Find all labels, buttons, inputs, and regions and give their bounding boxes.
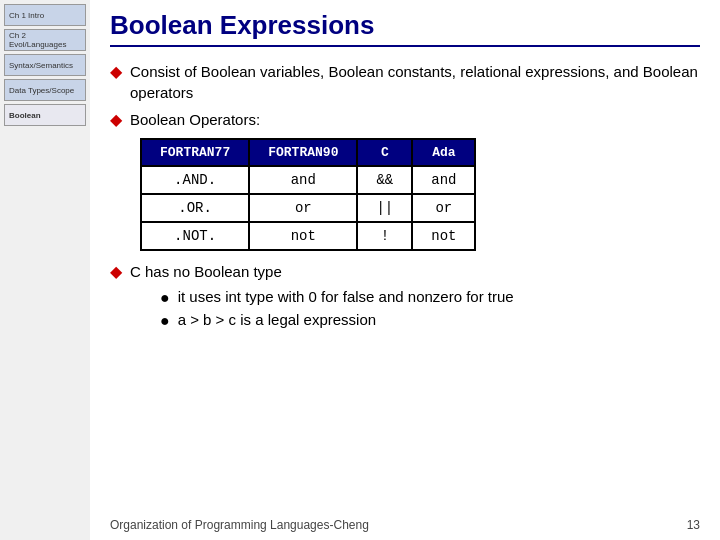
operators-table: FORTRAN77 FORTRAN90 C Ada .AND. and && a… (140, 138, 476, 251)
bullet-text-1: Consist of Boolean variables, Boolean co… (130, 61, 700, 103)
table-container: FORTRAN77 FORTRAN90 C Ada .AND. and && a… (140, 138, 700, 251)
sidebar-label-5: Boolean (9, 111, 41, 120)
col-fortran90: FORTRAN90 (249, 139, 357, 166)
cell-not-f90: not (249, 222, 357, 250)
col-fortran77: FORTRAN77 (141, 139, 249, 166)
sidebar-card-4[interactable]: Data Types/Scope (4, 79, 86, 101)
footer-left: Organization of Programming Languages-Ch… (110, 518, 369, 532)
table-header-row: FORTRAN77 FORTRAN90 C Ada (141, 139, 475, 166)
cell-not-f77: .NOT. (141, 222, 249, 250)
cell-and-f90: and (249, 166, 357, 194)
sub-bullet-text-2: a > b > c is a legal expression (178, 311, 376, 328)
sub-bullet-2: ● a > b > c is a legal expression (160, 311, 700, 330)
bullet-item-2: ◆ Boolean Operators: (110, 109, 700, 130)
sidebar-label-3: Syntax/Semantics (9, 61, 73, 70)
main-content: Boolean Expressions ◆ Consist of Boolean… (90, 0, 720, 540)
bullet-item-3: ◆ C has no Boolean type (110, 261, 700, 282)
cell-not-c: ! (357, 222, 412, 250)
cell-or-ada: or (412, 194, 475, 222)
col-c: C (357, 139, 412, 166)
sub-bullet-icon-2: ● (160, 311, 170, 330)
sidebar-label-2: Ch 2 Evol/Languages (9, 31, 81, 49)
sidebar-card-2[interactable]: Ch 2 Evol/Languages (4, 29, 86, 51)
cell-not-ada: not (412, 222, 475, 250)
bullet-icon-2: ◆ (110, 110, 122, 129)
page-title: Boolean Expressions (110, 10, 700, 47)
table-row: .OR. or || or (141, 194, 475, 222)
bullet-section: ◆ Consist of Boolean variables, Boolean … (110, 61, 700, 334)
cell-or-c: || (357, 194, 412, 222)
table-row: .AND. and && and (141, 166, 475, 194)
bullet-icon-1: ◆ (110, 62, 122, 81)
footer-right: 13 (687, 518, 700, 532)
sidebar-card-1[interactable]: Ch 1 Intro (4, 4, 86, 26)
sidebar: Ch 1 Intro Ch 2 Evol/Languages Syntax/Se… (0, 0, 90, 540)
sidebar-label-4: Data Types/Scope (9, 86, 74, 95)
bullet-item-1: ◆ Consist of Boolean variables, Boolean … (110, 61, 700, 103)
sidebar-label-1: Ch 1 Intro (9, 11, 44, 20)
bullet-icon-3: ◆ (110, 262, 122, 281)
cell-or-f90: or (249, 194, 357, 222)
sub-bullet-icon-1: ● (160, 288, 170, 307)
bullet-text-3: C has no Boolean type (130, 261, 282, 282)
sidebar-card-5[interactable]: Boolean (4, 104, 86, 126)
cell-and-c: && (357, 166, 412, 194)
cell-and-f77: .AND. (141, 166, 249, 194)
cell-and-ada: and (412, 166, 475, 194)
sidebar-card-3[interactable]: Syntax/Semantics (4, 54, 86, 76)
cell-or-f77: .OR. (141, 194, 249, 222)
sub-bullet-text-1: it uses int type with 0 for false and no… (178, 288, 514, 305)
col-ada: Ada (412, 139, 475, 166)
bullet-text-2: Boolean Operators: (130, 109, 260, 130)
footer: Organization of Programming Languages-Ch… (90, 518, 720, 532)
sub-bullet-1: ● it uses int type with 0 for false and … (160, 288, 700, 307)
table-row: .NOT. not ! not (141, 222, 475, 250)
